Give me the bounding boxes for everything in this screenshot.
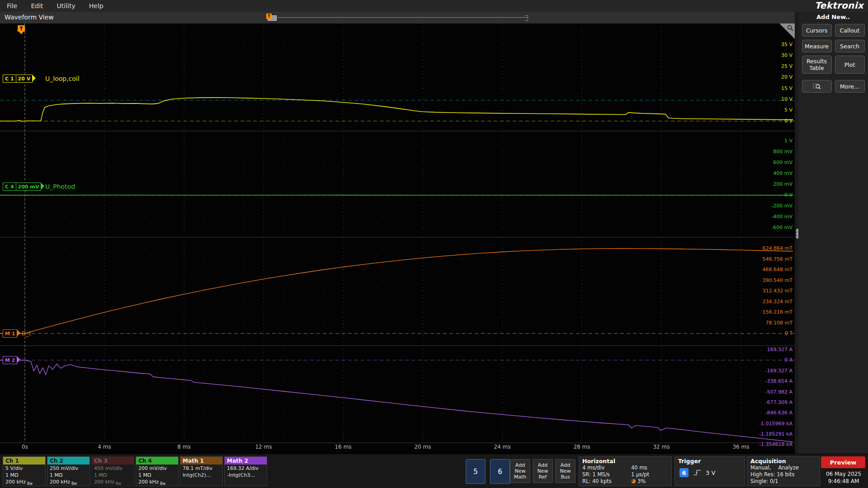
tektronix-logo: Tektronix: [815, 0, 863, 12]
ch4-badge[interactable]: C 4 200 mV: [3, 183, 41, 191]
cursors-button[interactable]: Cursors: [802, 24, 832, 37]
preview-button[interactable]: Preview: [821, 456, 865, 468]
ch4-badge-id: C 4: [5, 184, 14, 190]
trigger-panel[interactable]: Trigger 6 3 V: [675, 456, 745, 486]
acquisition-sequence: Single: 0/1: [750, 478, 816, 485]
math2-axis-label: -1.185291 kA: [759, 431, 793, 437]
channel-cards: Ch 15 V/div1 MΩ200 kHzBwCh 2250 mV/div1 …: [3, 456, 267, 486]
channel-card-title: Math 2: [225, 457, 267, 465]
time-axis-label: 4 ms: [91, 444, 118, 450]
channel-impedance: 1 MΩ: [94, 472, 132, 479]
channel-card-title: Ch 3: [92, 457, 134, 465]
channel-button-5[interactable]: 5: [466, 459, 486, 484]
slider-trigger-icon: T: [266, 14, 272, 19]
math2-axis-label: -1.015969 kA: [759, 421, 793, 427]
trace-math2: [0, 360, 793, 442]
ch1-axis-label: 25 V: [781, 63, 793, 70]
channel-impedance: 1 MΩ: [5, 472, 43, 479]
channel-impedance: 1 MΩ: [138, 472, 176, 479]
math-expression: -Intg(Ch3...: [227, 472, 264, 479]
plot-button[interactable]: Plot: [835, 56, 865, 74]
preview-area: Preview 06 May 2025 9:46:48 AM: [821, 456, 866, 486]
menu-item-utility[interactable]: Utility: [50, 0, 82, 12]
more-button[interactable]: More...: [835, 80, 865, 93]
channel-bandwidth: 200 kHzBw: [50, 479, 87, 486]
ch1-badge-scale: 20 V: [18, 76, 31, 82]
math2-badge-id: M 2: [5, 357, 15, 363]
ch4-axis-label: 800 mV: [773, 149, 793, 155]
math1-axis-label: 234.324 mT: [763, 299, 793, 305]
add-new-bus-button[interactable]: Add New Bus: [555, 459, 576, 483]
ch1-axis-label: 35 V: [781, 42, 793, 48]
horizontal-title: Horizontal: [579, 457, 671, 465]
math1-trace-label[interactable]: B_t: [22, 330, 31, 337]
channel-card-title: Ch 1: [3, 457, 45, 465]
ch1-badge[interactable]: C 1 20 V: [3, 75, 33, 83]
results-table-button[interactable]: Results Table: [802, 56, 832, 74]
badge-divider: [16, 75, 16, 82]
channel-card-math2[interactable]: Math 2169.32 A/div-Intg(Ch3...: [224, 456, 267, 486]
channel-card-ch4[interactable]: Ch 4200 mV/div1 MΩ200 kHzBw: [136, 456, 179, 486]
channel-bandwidth: 200 kHzBw: [138, 479, 176, 486]
plot-area[interactable]: T C 1 20 V U_loop,coil C 4 200 mV U_Phot…: [0, 23, 795, 454]
ch1-badge-id: C 1: [5, 76, 14, 82]
math-expression: Intg(Ch2)...: [183, 472, 220, 479]
channel-card-ch2[interactable]: Ch 2250 mV/div1 MΩ200 kHzBw: [47, 456, 90, 486]
acquisition-analyze[interactable]: Analyze: [778, 465, 798, 471]
slider-handle[interactable]: T: [268, 15, 277, 21]
time-axis-label: 12 ms: [250, 444, 277, 450]
ch1-axis-label: 15 V: [781, 85, 793, 92]
channel-card-body: 250 mV/div1 MΩ200 kHzBw: [47, 465, 90, 486]
measure-button[interactable]: Measure: [802, 40, 832, 52]
horizontal-warning-icon: [631, 479, 636, 483]
channel-card-math1[interactable]: Math 178.1 mT/divIntg(Ch2)...: [180, 456, 223, 486]
add-new-panel: Add New.. Cursors Callout Measure Search…: [798, 12, 868, 454]
channel-card-title: Ch 2: [47, 457, 90, 465]
ch4-axis-label: -200 mV: [771, 203, 793, 209]
search-button[interactable]: Search: [835, 40, 865, 52]
channel-card-title: Math 1: [180, 457, 222, 465]
channel-card-ch3[interactable]: Ch 3450 mV/div1 MΩ200 kHzBw: [91, 456, 134, 486]
ch4-badge-scale: 200 mV: [18, 184, 39, 190]
slider-track: [268, 17, 528, 18]
channel-card-ch1[interactable]: Ch 15 V/div1 MΩ200 kHzBw: [3, 456, 46, 486]
channel-card-body: 78.1 mT/divIntg(Ch2)...: [180, 465, 222, 479]
add-new-buttons: Add New MathAdd New RefAdd New Bus: [510, 459, 576, 483]
trigger-position-flag[interactable]: T: [18, 25, 25, 32]
panel-splitter[interactable]: ●●●: [795, 12, 798, 454]
zoom-overlay-button[interactable]: [802, 80, 832, 93]
math1-axis-label: 624.864 mT: [763, 245, 793, 252]
math1-badge[interactable]: M 1: [3, 329, 17, 338]
menu-item-file[interactable]: File: [0, 0, 24, 12]
horizontal-position-slider[interactable]: T: [268, 14, 528, 21]
zoom-icon: [813, 83, 821, 90]
math2-badge[interactable]: M 2: [3, 356, 17, 364]
callout-button[interactable]: Callout: [835, 24, 865, 37]
plot-zoom-corner-button[interactable]: [779, 23, 795, 39]
waveform-view: Waveform View T T C 1 20 V U_loop,coil C…: [0, 12, 795, 454]
waveform-canvas[interactable]: [0, 23, 795, 454]
ch1-trace-label[interactable]: U_loop,coil: [45, 75, 80, 82]
channel-button-6[interactable]: 6: [490, 459, 510, 484]
add-new-ref-button[interactable]: Add New Ref: [533, 459, 553, 483]
math2-axis-label: -1.354618 kA: [759, 441, 793, 448]
ch1-axis-label: 10 V: [781, 96, 793, 103]
math2-axis-label: -169.327 A: [765, 368, 793, 374]
acquisition-title: Acquisition: [747, 457, 820, 465]
ch1-axis-label: 5 V: [784, 107, 793, 113]
menu-item-edit[interactable]: Edit: [24, 0, 50, 12]
channel-scale: 5 V/div: [5, 465, 43, 472]
add-new-math-button[interactable]: Add New Math: [510, 459, 530, 483]
ch4-trace-label[interactable]: U_Photod: [45, 183, 75, 190]
menu-bar: FileEditUtilityHelp Tektronix: [0, 0, 868, 12]
menu-item-help[interactable]: Help: [82, 0, 110, 12]
channel-scale: 450 mV/div: [94, 465, 132, 472]
acquisition-panel[interactable]: Acquisition Manual, Analyze High Res: 16…: [747, 456, 820, 486]
bandwidth-limit-badge: Bw: [160, 482, 165, 486]
ch4-axis-label: 400 mV: [773, 170, 793, 177]
channel-bandwidth: 200 kHzBw: [94, 479, 132, 486]
horizontal-panel[interactable]: Horizontal 4 ms/div40 msSR: 1 MS/s1 µs/p…: [579, 456, 672, 486]
channel-card-body: 169.32 A/div-Intg(Ch3...: [225, 465, 267, 479]
horizontal-left-value: 4 ms/div: [582, 465, 631, 471]
math2-axis-label: 169.327 A: [767, 347, 793, 353]
